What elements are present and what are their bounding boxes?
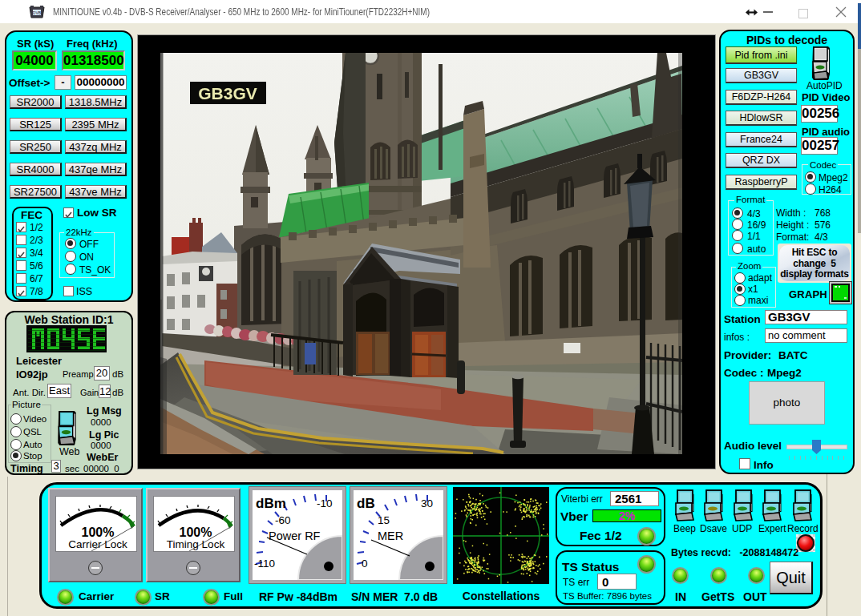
svg-text:DVB: DVB [33,10,42,15]
svg-text:GB3GV: GB3GV [198,84,257,103]
svg-text:-60: -60 [275,514,291,526]
svg-text:-110: -110 [254,558,275,570]
svg-text:15: 15 [378,514,390,526]
svg-text:30: 30 [421,497,433,509]
svg-text:Timing Lock: Timing Lock [167,538,225,550]
svg-text:0: 0 [362,558,368,570]
svg-text:100%: 100% [82,525,115,539]
svg-text:dBm: dBm [256,496,286,511]
svg-text:Carrier Lock: Carrier Lock [68,538,127,550]
svg-text:MER: MER [378,529,403,542]
svg-text:100%: 100% [180,525,212,539]
svg-text:dB: dB [357,496,375,511]
svg-text:-10: -10 [317,497,333,509]
svg-text:Power RF: Power RF [269,529,321,542]
